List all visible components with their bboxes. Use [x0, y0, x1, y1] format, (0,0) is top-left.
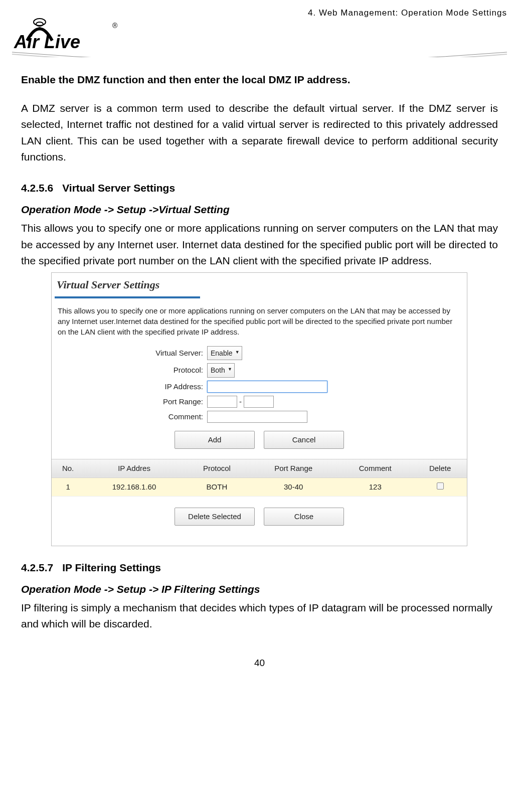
add-button[interactable]: Add	[175, 431, 255, 449]
virtual-server-panel: Virtual Server Settings This allows you …	[51, 272, 467, 546]
cell-delete	[413, 477, 467, 496]
cell-ip: 192.168.1.60	[84, 477, 184, 496]
virtual-server-select[interactable]: Enable	[207, 346, 242, 360]
protocol-label: Protocol:	[52, 364, 207, 376]
ip-address-input[interactable]	[207, 381, 327, 393]
table-row: 1 192.168.1.60 BOTH 30-40 123	[52, 477, 467, 496]
cell-comment: 123	[337, 477, 413, 496]
panel-form: Virtual Server: Enable Protocol: Both IP…	[52, 346, 467, 546]
cancel-button[interactable]: Cancel	[264, 431, 344, 449]
th-delete: Delete	[413, 459, 467, 477]
brand-logo: Air Live ®	[12, 18, 507, 53]
virtual-server-table: No. IP Addres Protocol Port Range Commen…	[52, 459, 467, 497]
th-protocol: Protocol	[184, 459, 250, 477]
cell-no: 1	[52, 477, 84, 496]
section-4-2-5-6-heading: 4.2.5.6Virtual Server Settings	[21, 180, 498, 197]
section-7-paragraph: IP filtering is simply a mechanism that …	[21, 600, 498, 632]
th-comment: Comment	[337, 459, 413, 477]
th-ip: IP Addres	[84, 459, 184, 477]
section-6-breadcrumb: Operation Mode -> Setup ->Virtual Settin…	[21, 201, 498, 218]
comment-input[interactable]	[207, 411, 307, 423]
comment-label: Comment:	[52, 411, 207, 423]
cell-port: 30-40	[250, 477, 337, 496]
port-from-input[interactable]	[207, 396, 237, 408]
dmz-heading: Enable the DMZ function and then enter t…	[21, 71, 498, 88]
svg-text:®: ®	[112, 22, 118, 30]
dmz-paragraph: A DMZ server is a common term used to de…	[21, 100, 498, 166]
svg-point-0	[38, 27, 41, 29]
port-to-input[interactable]	[244, 396, 274, 408]
svg-text:Air Live: Air Live	[14, 32, 80, 52]
port-range-separator: -	[239, 396, 242, 408]
page-number: 40	[254, 658, 265, 668]
delete-selected-button[interactable]: Delete Selected	[175, 508, 255, 526]
delete-checkbox[interactable]	[437, 482, 444, 490]
virtual-server-label: Virtual Server:	[52, 347, 207, 359]
th-no: No.	[52, 459, 84, 477]
section-title: IP Filtering Settings	[62, 562, 161, 573]
th-port: Port Range	[250, 459, 337, 477]
section-6-paragraph: This allows you to specify one or more a…	[21, 220, 498, 269]
close-button[interactable]: Close	[264, 508, 344, 526]
panel-title-underline	[55, 294, 200, 298]
section-num: 4.2.5.6	[21, 180, 53, 197]
panel-title: Virtual Server Settings	[52, 273, 467, 294]
cell-protocol: BOTH	[184, 477, 250, 496]
section-4-2-5-7-heading: 4.2.5.7IP Filtering Settings	[21, 559, 498, 576]
ip-address-label: IP Address:	[52, 381, 207, 393]
section-7-breadcrumb: Operation Mode -> Setup -> IP Filtering …	[21, 581, 498, 598]
panel-description: This allows you to specify one or more a…	[52, 301, 467, 343]
section-num: 4.2.5.7	[21, 559, 53, 576]
port-range-label: Port Range:	[52, 396, 207, 408]
section-title: Virtual Server Settings	[62, 182, 175, 194]
protocol-select[interactable]: Both	[207, 363, 235, 377]
